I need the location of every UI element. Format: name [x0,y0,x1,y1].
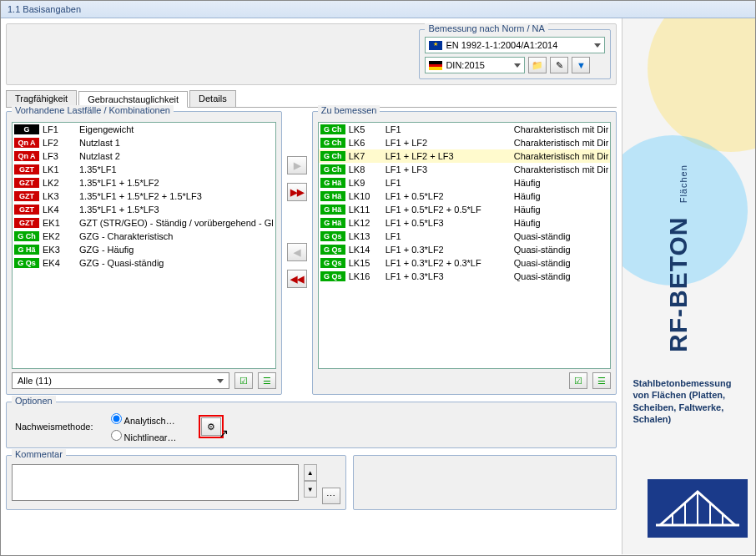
chevron-down-icon: ▼ [307,486,314,493]
formula: LF1 + LF2 [386,138,511,148]
formula: LF1 + 0.3*LF2 [386,245,511,255]
list-item[interactable]: GZTLK41.35*LF1 + 1.5*LF3 [13,203,275,216]
remove-button[interactable]: ◀ [287,243,307,261]
filter-button[interactable]: ▼ [572,57,590,73]
badge: GZT [14,205,39,215]
desc: Quasi-ständig [514,258,609,268]
edit-button[interactable]: ✎ [550,57,568,73]
desc: Quasi-ständig [514,271,609,281]
badge: GZT [14,164,39,174]
chevron-down-icon [514,63,521,68]
list-item[interactable]: G QsLK15LF1 + 0.3*LF2 + 0.3*LFQuasi-stän… [319,256,611,270]
desc: Nutzlast 2 [79,151,274,161]
scroll-down-button[interactable]: ▼ [304,481,317,498]
desc: 1.35*LF1 + 1.5*LF2 [79,178,274,188]
method-label: Nachweismethode: [15,422,93,432]
brand-description: Stahlbetonbemessung von Flächen (Platten… [633,377,745,425]
desc: Quasi-ständig [514,245,609,255]
badge: G Ch [320,124,345,134]
list-item[interactable]: G ChLK5LF1Charakteristisch mit Dir [319,123,611,136]
comment-textarea[interactable] [12,464,299,501]
list-item[interactable]: G HäEK3GZG - Häufig [13,243,275,256]
code: LK1 [43,164,76,174]
standard-select[interactable]: EN 1992-1-1:2004/A1:2014 [425,37,605,53]
list-item[interactable]: G HäLK10LF1 + 0.5*LF2Häufig [319,190,611,203]
code: LK8 [349,164,382,174]
badge: G Hä [320,218,345,228]
add-all-button[interactable]: ▶▶ [287,183,307,201]
formula: LF1 [386,231,511,241]
code: LK13 [349,231,382,241]
available-list[interactable]: GLF1EigengewichtQn ALF2Nutzlast 1Qn ALF3… [12,122,276,369]
list-item[interactable]: G QsEK4GZG - Quasi-ständig [13,256,275,270]
scroll-up-button[interactable]: ▲ [304,464,317,481]
badge: G Ch [320,164,345,174]
select-all-button[interactable]: ☑ [234,372,253,389]
badge: G Hä [320,205,345,215]
desc: GZG - Charakteristisch [79,231,274,241]
options-fieldset: Optionen Nachweismethode: Analytisch… Ni… [6,402,617,448]
available-label: Vorhandene Lastfälle / Kombinationen [12,105,174,115]
folder-button[interactable]: 📁 [528,57,547,73]
checklist-icon: ☑ [239,376,248,387]
list-item[interactable]: G HäLK9LF1Häufig [319,176,611,190]
list-item[interactable]: G HäLK11LF1 + 0.5*LF2 + 0.5*LFHäufig [319,203,611,216]
list-item[interactable]: GZTLK31.35*LF1 + 1.5*LF2 + 1.5*LF3 [13,190,275,203]
tab-tragfähigkeit[interactable]: Tragfähigkeit [6,90,77,107]
formula: LF1 [386,124,511,134]
highlighted-settings-button[interactable]: ⚙ [199,415,224,438]
select-all-button-2[interactable]: ☑ [569,372,587,389]
formula: LF1 + 0.5*LF2 [386,191,511,201]
na-select[interactable]: DIN:2015 [425,57,525,73]
tab-details[interactable]: Details [189,90,236,107]
list-item[interactable]: G ChLK7LF1 + LF2 + LF3Charakteristisch m… [319,149,611,163]
comment-pick-button[interactable]: ⋯ [322,488,340,504]
list-item[interactable]: GZTEK1GZT (STR/GEO) - Ständig / vorüberg… [13,216,275,230]
list-item[interactable]: Qn ALF3Nutzlast 2 [13,149,275,163]
tree-button[interactable]: ☰ [258,372,276,389]
tree-icon: ☰ [263,376,271,387]
chevron-left-icon: ◀ [294,247,300,258]
double-chevron-left-icon: ◀◀ [290,274,304,285]
formula: LF1 [386,178,511,188]
list-item[interactable]: G HäLK12LF1 + 0.5*LF3Häufig [319,216,611,230]
list-item[interactable]: GLF1Eigengewicht [13,123,275,136]
badge: G Qs [320,245,345,255]
tree-button-2[interactable]: ☰ [592,372,611,389]
list-item[interactable]: Qn ALF2Nutzlast 1 [13,136,275,149]
chevron-down-icon [217,379,224,383]
formula: LF1 + 0.5*LF2 + 0.5*LF [386,205,511,215]
list-item[interactable]: GZTLK11.35*LF1 [13,163,275,176]
badge: GZT [14,218,39,228]
filter-select[interactable]: Alle (11) [12,372,229,389]
todesign-label: Zu bemessen [318,105,381,115]
todesign-list[interactable]: G ChLK5LF1Charakteristisch mit DirG ChLK… [318,122,612,369]
de-flag-icon [429,61,442,70]
chevron-right-icon: ▶ [294,160,300,171]
list-item[interactable]: G ChLK8LF1 + LF3Charakteristisch mit Dir [319,163,611,176]
list-item[interactable]: G ChEK2GZG - Charakteristisch [13,230,275,243]
code: EK1 [43,218,76,228]
radio-nonlinear[interactable]: Nichtlinear… [107,427,177,442]
desc: GZG - Häufig [79,245,274,255]
badge: GZT [14,191,39,201]
add-button[interactable]: ▶ [287,156,307,174]
filter-icon: ▼ [577,60,586,70]
list-item[interactable]: G QsLK13LF1Quasi-ständig [319,230,611,243]
remove-all-button[interactable]: ◀◀ [287,270,307,288]
checklist-icon: ☑ [574,376,582,387]
list-item[interactable]: G QsLK16LF1 + 0.3*LF3Quasi-ständig [319,270,611,283]
branding-panel: RF-BETON Flächen Stahlbetonbemessung von… [622,18,755,554]
desc: Nutzlast 1 [79,138,274,148]
list-item[interactable]: GZTLK21.35*LF1 + 1.5*LF2 [13,176,275,190]
code: LF1 [43,124,76,134]
formula: LF1 + LF3 [386,164,511,174]
radio-analytical[interactable]: Analytisch… [107,411,177,426]
edit-icon: ✎ [556,60,563,71]
list-item[interactable]: G ChLK6LF1 + LF2Charakteristisch mit Dir [319,136,611,149]
code: LK11 [349,205,382,215]
norm-fieldset: Bemessung nach Norm / NA EN 1992-1-1:200… [419,29,611,79]
list-item[interactable]: G QsLK14LF1 + 0.3*LF2Quasi-ständig [319,243,611,256]
window-title: 1.1 Basisangaben [1,1,755,18]
desc: Eigengewicht [79,124,274,134]
